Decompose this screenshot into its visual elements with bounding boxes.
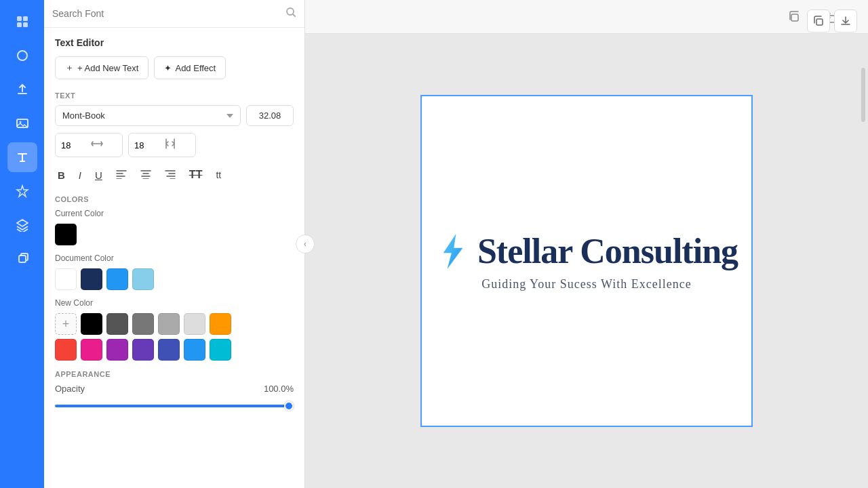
add-effect-button[interactable]: ✦ Add Effect [154, 56, 226, 79]
sidebar [0, 0, 44, 488]
opacity-row: Opacity 100.0% [55, 384, 294, 394]
colors-section: COLORS Current Color Document Color New … [55, 195, 294, 361]
letter-spacing-input [55, 133, 123, 157]
document-color-label: Document Color [55, 253, 294, 263]
font-row: Mont-Book [55, 105, 294, 126]
new-color-gray[interactable] [132, 313, 154, 335]
svg-rect-2 [17, 22, 22, 27]
panel-content: Text Editor ＋ + Add New Text ✦ Add Effec… [44, 28, 304, 420]
new-color-black[interactable] [81, 313, 102, 335]
new-color-lightgray[interactable] [184, 313, 205, 335]
add-color-button[interactable]: + [55, 313, 77, 335]
spacing-row [55, 133, 294, 157]
bold-button[interactable]: B [55, 167, 68, 183]
svg-point-4 [18, 51, 27, 60]
format-row: B I U TT tt [55, 167, 294, 183]
add-new-text-label: + Add New Text [77, 63, 138, 73]
plus-icon: ＋ [65, 62, 74, 74]
line-height-icon [164, 138, 176, 152]
colors-label: COLORS [55, 195, 294, 203]
new-color-midgray[interactable] [158, 313, 180, 335]
add-new-text-button[interactable]: ＋ + Add New Text [55, 56, 149, 79]
sidebar-icon-shapes[interactable] [7, 41, 37, 70]
text-action-buttons: ＋ + Add New Text ✦ Add Effect [55, 56, 294, 79]
new-color-pink[interactable] [81, 339, 102, 361]
italic-button[interactable]: I [76, 167, 84, 183]
sidebar-icon-text[interactable] [7, 142, 37, 172]
new-color-row-1: + [55, 313, 294, 335]
collapse-panel-button[interactable]: ‹ [296, 235, 315, 253]
opacity-slider[interactable] [55, 405, 294, 407]
sidebar-icon-layers[interactable] [7, 210, 37, 240]
copy-canvas-button[interactable] [807, 9, 830, 33]
text-editor-panel: Text Editor ＋ + Add New Text ✦ Add Effec… [44, 0, 305, 488]
new-color-orange[interactable] [210, 313, 231, 335]
sidebar-icon-effects[interactable] [7, 176, 37, 206]
line-height-value[interactable] [134, 140, 161, 150]
search-input[interactable] [52, 8, 280, 19]
current-color-label: Current Color [55, 209, 294, 218]
opacity-label: Opacity [55, 384, 85, 394]
text-subsection-label: TEXT [55, 92, 294, 100]
sidebar-icon-image[interactable] [7, 108, 37, 138]
search-bar [44, 0, 304, 28]
canvas-area: ‹ [305, 0, 868, 488]
logo-icon [435, 231, 469, 272]
doc-color-white[interactable] [55, 268, 77, 290]
doc-color-lightblue[interactable] [132, 268, 154, 290]
new-color-row-2 [55, 339, 294, 361]
align-left-button[interactable] [113, 167, 130, 183]
canvas-wrapper: Stellar Consulting Guiding Your Sucess W… [305, 34, 868, 488]
doc-color-blue[interactable] [106, 268, 128, 290]
sidebar-icon-upload[interactable] [7, 75, 37, 104]
download-canvas-button[interactable] [834, 9, 857, 33]
letter-spacing-icon [91, 138, 103, 152]
lowercase-button[interactable]: tt [213, 167, 224, 182]
svg-rect-7 [19, 256, 26, 262]
new-color-label: New Color [55, 298, 294, 308]
font-select[interactable]: Mont-Book [55, 105, 241, 126]
svg-rect-3 [23, 22, 28, 27]
strikethrough-button[interactable]: TT [186, 167, 205, 183]
canvas-frame[interactable]: Stellar Consulting Guiding Your Sucess W… [420, 95, 753, 427]
current-color-swatch[interactable] [55, 224, 77, 245]
line-height-input [128, 133, 196, 157]
new-color-deeppurple[interactable] [132, 339, 154, 361]
align-right-button[interactable] [162, 167, 178, 183]
new-color-cyan[interactable] [210, 339, 231, 361]
new-color-blue2[interactable] [184, 339, 205, 361]
opacity-value: 100.0% [264, 384, 294, 394]
toolbar-copy-icon[interactable] [788, 11, 800, 23]
appearance-label: APPEARANCE [55, 370, 294, 378]
new-color-purple[interactable] [106, 339, 128, 361]
sidebar-icon-grid[interactable] [7, 7, 37, 37]
effect-icon: ✦ [164, 63, 172, 73]
search-icon [285, 7, 296, 20]
current-color-row [55, 224, 294, 245]
align-center-button[interactable] [138, 167, 154, 183]
document-color-row [55, 268, 294, 290]
svg-rect-0 [17, 16, 22, 21]
new-color-red[interactable] [55, 339, 77, 361]
company-name: Stellar Consulting [477, 231, 738, 271]
svg-rect-1 [23, 16, 28, 21]
new-color-darkgray[interactable] [106, 313, 128, 335]
vertical-scrollbar[interactable] [861, 68, 865, 122]
canvas-toolbar [305, 0, 868, 34]
company-tagline: Guiding Your Sucess With Excellence [481, 277, 691, 291]
svg-rect-9 [816, 19, 823, 25]
text-editor-title: Text Editor [55, 37, 294, 48]
sidebar-icon-copy[interactable] [7, 244, 37, 274]
add-effect-label: Add Effect [175, 63, 216, 73]
new-color-indigo[interactable] [158, 339, 180, 361]
appearance-section: APPEARANCE Opacity 100.0% [55, 370, 294, 410]
letter-spacing-value[interactable] [61, 140, 88, 150]
svg-rect-10 [791, 14, 798, 21]
doc-color-navy[interactable] [81, 268, 102, 290]
logo-container: Stellar Consulting [435, 231, 738, 272]
canvas-top-actions [807, 9, 857, 33]
underline-button[interactable]: U [92, 167, 105, 183]
font-size-input[interactable] [246, 105, 294, 126]
